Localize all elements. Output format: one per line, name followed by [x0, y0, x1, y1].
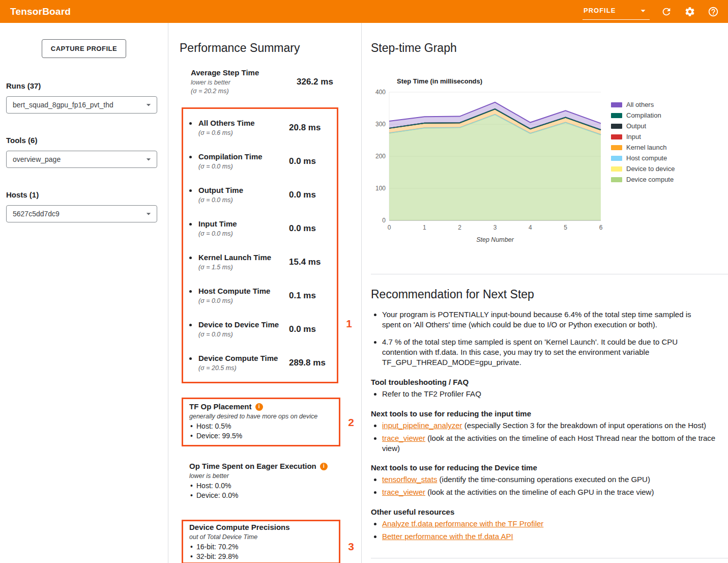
legend-swatch	[611, 166, 622, 172]
runs-select[interactable]: bert_squad_8gpu_fp16_pvt_thd	[6, 96, 157, 114]
device-precisions-16bit: 16-bit: 70.2%	[189, 542, 333, 552]
svg-text:2: 2	[458, 224, 461, 231]
metric-name: Compilation Time	[198, 152, 289, 162]
metric-row: Input Time (σ = 0.0 ms) 0.0 ms	[183, 212, 337, 245]
input-tools-list: input_pipeline_analyzer (especially Sect…	[371, 420, 716, 453]
resources-list: Analyze tf.data performance with the TF …	[371, 519, 716, 542]
settings-button[interactable]	[683, 5, 696, 18]
bullet-dot	[189, 290, 192, 293]
legend-label: Output	[626, 122, 646, 130]
metric-row: Output Time (σ = 0.0 ms) 0.0 ms	[183, 178, 337, 212]
metric-row: Kernel Launch Time (σ = 1.5 ms) 15.4 ms	[183, 245, 337, 279]
topbar: TensorBoard PROFILE	[0, 0, 728, 23]
eager-execution-title: Op Time Spent on Eager Execution	[189, 462, 316, 471]
recommendation-section: Recommendation for Next Step Your progra…	[371, 274, 728, 558]
legend-item: Kernel launch	[611, 142, 675, 153]
metric-name: Input Time	[198, 219, 289, 229]
svg-text:0: 0	[388, 224, 391, 231]
metric-name: Average Step Time	[191, 68, 297, 78]
info-icon[interactable]: i	[320, 463, 328, 470]
device-precisions-32bit: 32-bit: 29.8%	[189, 552, 333, 561]
runs-label: Runs (37)	[6, 81, 168, 90]
legend-item: Device compute	[611, 174, 675, 185]
tf-op-placement-note: generally desired to have more ops on de…	[189, 413, 333, 420]
bullet-dot	[189, 156, 192, 158]
metric-sigma: (σ = 0.6 ms)	[198, 129, 289, 137]
legend-item: Compilation	[611, 110, 675, 121]
legend-swatch	[611, 177, 622, 182]
metric-sigma: (σ = 0.0 ms)	[198, 196, 289, 204]
trace-viewer-link[interactable]: trace_viewer	[382, 488, 425, 496]
legend-item: All others	[611, 99, 675, 110]
gear-icon	[684, 6, 695, 17]
tools-label: Tools (6)	[6, 136, 168, 145]
input-tools-heading: Next tools to use for reducing the input…	[371, 409, 716, 418]
tools-select-value: overview_page	[13, 155, 61, 163]
reload-button[interactable]	[660, 5, 673, 18]
step-time-graph-title: Step-time Graph	[371, 41, 728, 55]
tfdata-profiler-link[interactable]: Analyze tf.data performance with the TF …	[382, 519, 543, 528]
refresh-icon	[661, 6, 672, 17]
info-icon[interactable]: i	[255, 403, 263, 411]
sidebar: CAPTURE PROFILE Runs (37) bert_squad_8gp…	[0, 23, 168, 563]
hosts-select[interactable]: 5627c5dd7dc9	[6, 205, 157, 222]
capture-profile-button[interactable]: CAPTURE PROFILE	[42, 39, 126, 58]
metric-sigma: (σ = 0.0 ms)	[198, 297, 289, 305]
dashboard-selector[interactable]: PROFILE	[583, 4, 650, 20]
tool-link-item: trace_viewer (look at the activities on …	[382, 433, 716, 454]
chevron-down-icon	[143, 100, 154, 110]
help-button[interactable]	[707, 5, 720, 18]
hosts-label: Hosts (1)	[6, 190, 168, 199]
device-tools-heading: Next tools to use for reducing the Devic…	[371, 463, 716, 472]
annotation-box-3: Device Compute Precisions out of Total D…	[182, 520, 340, 563]
svg-text:1: 1	[423, 224, 426, 231]
tools-select[interactable]: overview_page	[6, 151, 157, 168]
legend-label: Device compute	[626, 176, 674, 183]
tool-link-item: trace_viewer (look at the activities on …	[382, 487, 716, 497]
resources-heading: Other useful resources	[371, 508, 716, 516]
trace-viewer-link[interactable]: trace_viewer	[382, 434, 425, 442]
eager-execution-host: Host: 0.0%	[189, 481, 342, 491]
legend-label: Device to device	[626, 165, 675, 173]
input-pipeline-analyzer-link[interactable]: input_pipeline_analyzer	[382, 421, 462, 430]
chart-title: Step Time (in milliseconds)	[397, 77, 728, 85]
help-icon	[708, 6, 719, 17]
metric-value: 20.8 ms	[289, 123, 334, 133]
recommendation-bullets: Your program is POTENTIALLY input-bound …	[371, 309, 712, 368]
svg-text:3: 3	[493, 224, 497, 231]
legend-swatch	[611, 124, 622, 129]
legend-label: Kernel launch	[626, 144, 667, 151]
eager-execution-device: Device: 0.0%	[189, 491, 342, 500]
annotation-box-1: All Others Time (σ = 0.6 ms) 20.8 ms Com…	[182, 107, 338, 383]
svg-text:6: 6	[599, 224, 603, 231]
bullet-dot	[189, 223, 192, 226]
metric-value: 0.0 ms	[289, 223, 334, 234]
metric-value: 0.1 ms	[289, 291, 334, 301]
performance-summary-title: Performance Summary	[180, 41, 361, 55]
legend-item: Input	[611, 131, 675, 142]
tool-link-desc: (look at the activities on the timeline …	[382, 434, 715, 453]
tool-link-item: tensorflow_stats (identify the time-cons…	[382, 474, 716, 485]
tfdata-api-link[interactable]: Better performance with the tf.data API	[382, 532, 513, 541]
legend-swatch	[611, 145, 622, 150]
metric-value: 326.2 ms	[297, 77, 343, 87]
metric-row: All Others Time (σ = 0.6 ms) 20.8 ms	[183, 111, 337, 145]
metric-sigma: (σ = 1.5 ms)	[198, 264, 289, 271]
tensorflow-stats-link[interactable]: tensorflow_stats	[382, 475, 437, 484]
annotation-1: 1	[346, 318, 352, 330]
dashboard-selector-value: PROFILE	[584, 7, 616, 14]
chart-legend: All othersCompilationOutputInputKernel l…	[611, 88, 675, 246]
metric-name: Device Compute Time	[198, 354, 289, 363]
bullet-dot	[189, 357, 192, 360]
metric-sigma: (σ = 0.0 ms)	[198, 331, 289, 339]
metric-value: 0.0 ms	[289, 190, 334, 200]
tool-link-desc: (especially Section 3 for the breakdown …	[462, 421, 706, 430]
recommendation-bullet: 4.7 % of the total step time sampled is …	[382, 337, 712, 368]
metric-row: Device Compute Time (σ = 20.5 ms) 289.8 …	[183, 346, 337, 380]
svg-text:Step Number: Step Number	[476, 236, 514, 243]
metric-row: Compilation Time (σ = 0.0 ms) 0.0 ms	[183, 145, 337, 178]
metric-row: Device to Device Time (σ = 0.0 ms) 0.0 m…	[183, 313, 337, 346]
legend-swatch	[611, 113, 622, 118]
legend-label: Compilation	[626, 111, 661, 119]
metric-value: 0.0 ms	[289, 324, 334, 334]
